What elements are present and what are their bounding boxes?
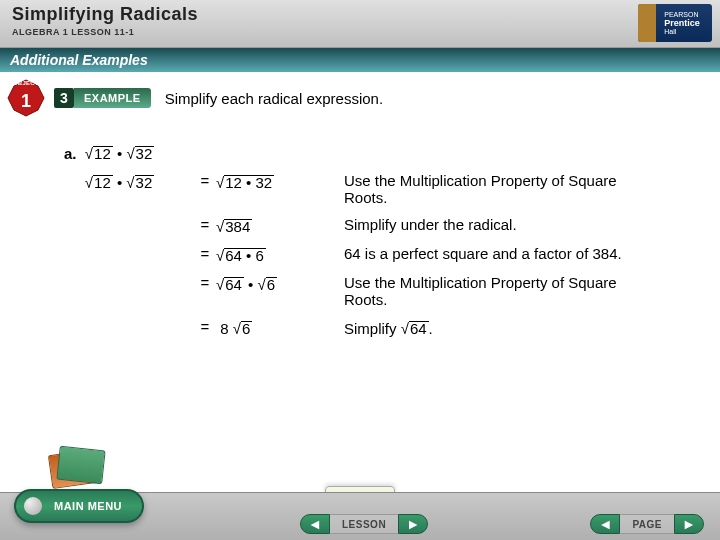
worked-solution: a. 12 • 32 12 • 32 = 12 • 32 Use the Mul…	[64, 138, 706, 342]
step-row: = 64 • 6 64 is a perfect square and a fa…	[64, 240, 656, 269]
title-bar: Simplifying Radicals ALGEBRA 1 LESSON 11…	[0, 0, 720, 48]
publisher-logo: PEARSONPrenticeHall	[638, 4, 712, 42]
example-tag: 3 EXAMPLE	[54, 87, 151, 109]
step-row: = 64 • 6 Use the Multiplication Property…	[64, 269, 656, 313]
page-label: PAGE	[620, 514, 674, 534]
lesson-next-button[interactable]: ►	[398, 514, 428, 534]
example-number: 3	[54, 88, 74, 108]
footer-bar: MAIN MENU ◄ LESSON ► ◄ PAGE ►	[0, 492, 720, 540]
page-prev-button[interactable]: ◄	[590, 514, 620, 534]
example-label: EXAMPLE	[74, 88, 151, 108]
page-subtitle: ALGEBRA 1 LESSON 11-1	[12, 27, 198, 37]
page-title: Simplifying Radicals	[12, 4, 198, 25]
page-nav: ◄ PAGE ►	[590, 514, 704, 534]
objective-row: OBJECTIVE 1 3 EXAMPLE Simplify each radi…	[6, 78, 706, 118]
lesson-prev-button[interactable]: ◄	[300, 514, 330, 534]
lesson-nav: ◄ LESSON ►	[300, 514, 428, 534]
lesson-label: LESSON	[330, 514, 398, 534]
step-row: 12 • 32 = 12 • 32 Use the Multiplication…	[64, 167, 656, 211]
additional-examples-bar: Additional Examples	[0, 48, 720, 72]
example-prompt: Simplify each radical expression.	[165, 90, 383, 107]
main-menu-button[interactable]: MAIN MENU	[14, 489, 144, 523]
decorative-stamps	[48, 446, 104, 490]
problem-given: a. 12 • 32	[64, 138, 656, 167]
step-row: = 384 Simplify under the radical.	[64, 211, 656, 240]
page-next-button[interactable]: ►	[674, 514, 704, 534]
additional-examples-label: Additional Examples	[10, 52, 148, 68]
step-row: = 8 6 Simplify 64.	[64, 313, 656, 342]
objective-badge: OBJECTIVE 1	[6, 78, 46, 118]
